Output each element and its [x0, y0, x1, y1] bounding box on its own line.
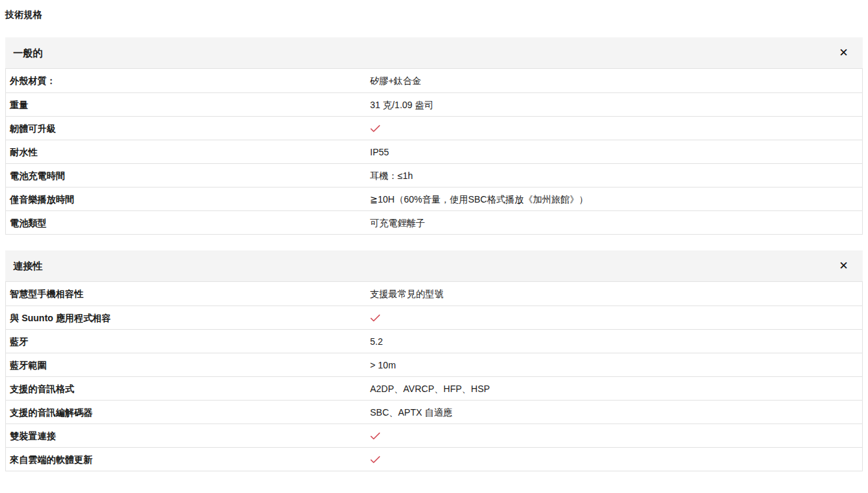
- spec-value: 31 克/1.09 盎司: [367, 98, 862, 112]
- check-icon: [370, 432, 381, 440]
- spec-section-header: 一般的 ✕: [5, 37, 863, 68]
- spec-label: 與 Suunto 應用程式相容: [6, 311, 367, 325]
- spec-value-text: IP55: [370, 146, 389, 158]
- spec-label: 支援的音訊格式: [6, 382, 367, 396]
- spec-label: 外殼材質：: [6, 73, 367, 88]
- table-row: 與 Suunto 應用程式相容: [6, 306, 862, 329]
- table-row: 支援的音訊格式 A2DP、AVRCP、HFP、HSP: [6, 376, 862, 400]
- spec-label: 重量: [6, 98, 367, 112]
- spec-label: 電池類型: [6, 216, 367, 230]
- spec-value: [367, 313, 862, 323]
- spec-value: [367, 431, 862, 441]
- table-row: 僅音樂播放時間 ≧10H（60%音量，使用SBC格式播放《加州旅館》）: [6, 187, 862, 210]
- spec-value: 5.2: [367, 334, 862, 349]
- table-row: 支援的音訊編解碼器 SBC、APTX 自適應: [6, 400, 862, 424]
- spec-label: 電池充電時間: [6, 168, 367, 183]
- spec-section: 連接性 ✕ 智慧型手機相容性 支援最常見的型號 與 Suunto 應用程式相容: [5, 250, 863, 471]
- check-icon: [370, 314, 381, 322]
- spec-value-text: 矽膠+鈦合金: [370, 75, 421, 87]
- spec-value-text: 可充電鋰離子: [370, 217, 425, 229]
- table-row: 耐水性 IP55: [6, 140, 862, 163]
- spec-label: 來自雲端的軟體更新: [6, 452, 367, 467]
- spec-label: 雙裝置連接: [6, 429, 367, 443]
- spec-value: [367, 123, 862, 134]
- table-row: 藍牙範圍 > 10m: [6, 353, 862, 376]
- spec-table: 外殼材質： 矽膠+鈦合金 重量 31 克/1.09 盎司 韌體可升級: [5, 68, 863, 235]
- spec-value-text: 5.2: [370, 336, 382, 347]
- spec-value-text: ≧10H（60%音量，使用SBC格式播放《加州旅館》）: [370, 193, 588, 205]
- spec-value: 支援最常見的型號: [367, 286, 862, 301]
- spec-value: 可充電鋰離子: [367, 216, 862, 230]
- check-icon: [370, 456, 381, 463]
- check-icon: [370, 125, 381, 132]
- spec-value-text: 耳機：≤1h: [370, 170, 413, 182]
- page-title: 技術規格: [5, 10, 863, 20]
- table-row: 雙裝置連接: [6, 424, 862, 447]
- spec-section: 一般的 ✕ 外殼材質： 矽膠+鈦合金 重量 31 克/1.09 盎司 韌體: [5, 37, 863, 235]
- close-icon[interactable]: ✕: [839, 260, 848, 271]
- spec-value-text: A2DP、AVRCP、HFP、HSP: [370, 383, 490, 395]
- spec-sections: 一般的 ✕ 外殼材質： 矽膠+鈦合金 重量 31 克/1.09 盎司 韌體: [5, 37, 863, 471]
- section-title: 一般的: [13, 48, 43, 58]
- table-row: 電池類型 可充電鋰離子: [6, 210, 862, 234]
- spec-value: 耳機：≤1h: [367, 168, 862, 183]
- table-row: 電池充電時間 耳機：≤1h: [6, 163, 862, 187]
- spec-value: 矽膠+鈦合金: [367, 73, 862, 88]
- table-row: 智慧型手機相容性 支援最常見的型號: [6, 282, 862, 306]
- spec-value-text: > 10m: [370, 359, 396, 371]
- spec-value: IP55: [367, 145, 862, 159]
- close-icon[interactable]: ✕: [839, 47, 848, 58]
- spec-label: 僅音樂播放時間: [6, 192, 367, 207]
- table-row: 來自雲端的軟體更新: [6, 447, 862, 471]
- spec-value-text: 支援最常見的型號: [370, 288, 444, 300]
- table-row: 藍牙 5.2: [6, 329, 862, 353]
- spec-label: 智慧型手機相容性: [6, 286, 367, 301]
- spec-label: 耐水性: [6, 145, 367, 159]
- spec-label: 支援的音訊編解碼器: [6, 405, 367, 420]
- spec-value: ≧10H（60%音量，使用SBC格式播放《加州旅館》）: [367, 192, 862, 207]
- tech-specs-page: 技術規格 一般的 ✕ 外殼材質： 矽膠+鈦合金 重量 31 克/1.09 盎司: [0, 0, 868, 471]
- spec-value: > 10m: [367, 358, 862, 372]
- spec-value-text: SBC、APTX 自適應: [370, 406, 452, 418]
- table-row: 韌體可升級: [6, 116, 862, 140]
- spec-table: 智慧型手機相容性 支援最常見的型號 與 Suunto 應用程式相容 藍牙 5.2: [5, 281, 863, 471]
- spec-label: 韌體可升級: [6, 121, 367, 136]
- spec-value: A2DP、AVRCP、HFP、HSP: [367, 382, 862, 396]
- spec-label: 藍牙範圍: [6, 358, 367, 372]
- table-row: 重量 31 克/1.09 盎司: [6, 92, 862, 116]
- spec-value: [367, 454, 862, 465]
- spec-section-header: 連接性 ✕: [5, 250, 863, 281]
- section-title: 連接性: [13, 261, 43, 271]
- spec-value: SBC、APTX 自適應: [367, 405, 862, 420]
- spec-label: 藍牙: [6, 334, 367, 349]
- spec-value-text: 31 克/1.09 盎司: [370, 99, 434, 111]
- table-row: 外殼材質： 矽膠+鈦合金: [6, 69, 862, 92]
